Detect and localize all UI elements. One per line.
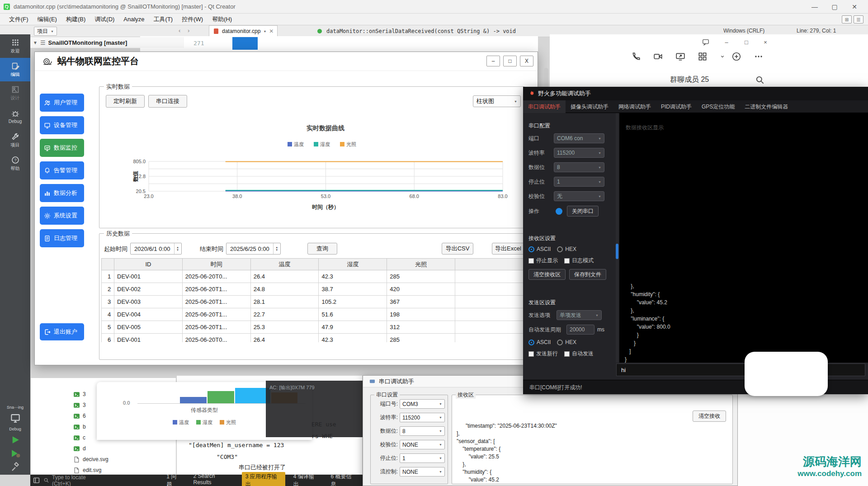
project-tree-root[interactable]: ▼ ☰ SnaillOTMonitoring [master] — [30, 37, 184, 48]
auto-period-input[interactable]: 20000 — [566, 325, 594, 335]
serial2-select-0[interactable]: COM3▼ — [400, 399, 445, 409]
dock-item-Debug[interactable]: Debug — [0, 105, 30, 128]
send-hex-radio[interactable] — [557, 340, 563, 345]
qt-menu-4[interactable]: Analyze — [119, 14, 149, 25]
column-温度[interactable]: 温度 — [250, 259, 319, 270]
fire-tab-摄像头调试助手[interactable]: 摄像头调试助手 — [566, 100, 613, 113]
chevron-down-icon[interactable]: ▼ — [33, 40, 38, 45]
column-光照[interactable]: 光照 — [387, 259, 455, 270]
group-member-count[interactable]: 群聊成员 25 — [670, 75, 709, 85]
fire-scrollbar[interactable] — [616, 113, 618, 363]
config-select-2[interactable]: 8▼ — [554, 162, 604, 172]
serial2-select-2[interactable]: 8▼ — [400, 426, 445, 436]
table-row[interactable]: 6DEV-0012025-06-20T0...26.442.3285 — [102, 334, 524, 343]
plus-circle-icon[interactable] — [731, 51, 742, 62]
build-mode-label[interactable]: Debug — [9, 427, 21, 431]
chat-icon[interactable] — [699, 37, 712, 47]
table-row[interactable]: 2DEV-0022025-06-20T1...24.838.7420 — [102, 283, 524, 296]
column-ID[interactable]: ID — [114, 259, 183, 270]
qt-menu-3[interactable]: 调试(D) — [90, 14, 119, 25]
recv-hex-radio[interactable] — [557, 246, 563, 252]
scrollbar-thumb[interactable] — [616, 244, 618, 259]
serial2-select-1[interactable]: 115200▼ — [400, 413, 445, 422]
send-newline-checkbox[interactable] — [528, 351, 534, 357]
close-tab-icon[interactable]: ✕ — [269, 28, 274, 34]
phone-icon[interactable] — [630, 51, 642, 62]
fire-tab-PID调试助手[interactable]: PID调试助手 — [656, 100, 697, 113]
editor-file-tab[interactable]: datamonitor.cpp ▼ ✕ — [209, 25, 278, 37]
fire-tab-网络调试助手[interactable]: 网络调试助手 — [613, 100, 656, 113]
config-select-3[interactable]: 1▼ — [554, 177, 604, 187]
more-icon[interactable] — [753, 51, 764, 62]
wechat-close-button[interactable]: × — [759, 37, 772, 47]
cursor-position-indicator[interactable]: Line: 279, Col: 1 — [797, 28, 836, 34]
screen-share-icon[interactable] — [675, 51, 686, 62]
output-pane-tab-1[interactable]: 1 问题 — [163, 472, 185, 486]
logout-button[interactable]: 退出账户 — [40, 323, 84, 340]
project-pane-combo[interactable]: 项目▼ — [34, 27, 57, 36]
hamburger-icon[interactable]: ☰ — [40, 39, 46, 46]
qt-menu-2[interactable]: 构建(B) — [61, 14, 90, 25]
debug-run-button[interactable] — [10, 448, 20, 458]
dock-item-项目[interactable]: 项目 — [0, 128, 30, 152]
clear-recv-button[interactable]: 清空接收区 — [528, 269, 566, 280]
file-list-item[interactable]: decive.svg — [31, 454, 176, 465]
serial2-select-4[interactable]: 1▼ — [400, 453, 445, 463]
serial-open-toggle[interactable] — [556, 208, 562, 215]
build-hammer-button[interactable] — [10, 462, 20, 472]
scrollbar-thumb[interactable] — [544, 68, 548, 89]
config-select-1[interactable]: 115200▼ — [554, 148, 604, 158]
end-time-input[interactable]: 2025/6/25 0:00 ▲▼ — [226, 243, 281, 255]
qt-menu-1[interactable]: 编辑(E) — [33, 14, 61, 25]
iot-close-button[interactable]: X — [520, 56, 533, 66]
sidebar-toggle-icon[interactable] — [33, 477, 40, 484]
kit-selector-label[interactable]: Sna⋯ing — [7, 405, 24, 410]
fire-tab-GPS定位功能[interactable]: GPS定位功能 — [697, 100, 740, 113]
sidebar-item-数据分析[interactable]: 数据分析 — [40, 184, 84, 202]
symbol-signature[interactable]: dataMonitor::onSerialDataReceived(const … — [326, 28, 516, 34]
wechat-minimize-button[interactable]: – — [720, 37, 733, 47]
run-button[interactable] — [10, 435, 20, 445]
dock-item-帮助[interactable]: ?帮助 — [0, 152, 30, 175]
dock-item-设计[interactable]: 设计 — [0, 81, 30, 105]
table-row[interactable]: 1DEV-0012025-06-20T0...26.442.3285 — [102, 270, 524, 283]
output-pane-tab-4[interactable]: 4 编译输出 — [290, 472, 323, 486]
column-湿度[interactable]: 湿度 — [319, 259, 387, 270]
column-时间[interactable]: 时间 — [182, 259, 250, 270]
sidebar-item-告警管理[interactable]: 告警管理 — [40, 161, 84, 179]
qt-menu-0[interactable]: 文件(F) — [5, 14, 33, 25]
dock-item-欢迎[interactable]: 欢迎 — [0, 34, 30, 58]
export-csv-button[interactable]: 导出CSV — [442, 243, 473, 255]
editor-split-icon[interactable]: ⊞ — [842, 15, 852, 24]
config-select-0[interactable]: COM6 con▼ — [554, 133, 604, 143]
iot-maximize-button[interactable]: □ — [503, 56, 517, 66]
recv-ascii-radio[interactable] — [528, 246, 534, 252]
locator[interactable]: Type to locate (Ctrl+K) — [43, 474, 105, 486]
fire-receive-area[interactable]: 数据接收区显示 }, "humidity": { "value": 45.2 }… — [619, 113, 868, 363]
fire-tab-串口调试助手[interactable]: 串口调试助手 — [523, 100, 566, 113]
iot-minimize-button[interactable]: – — [486, 56, 500, 66]
search-icon[interactable] — [754, 74, 766, 86]
qt-menu-6[interactable]: 控件(W) — [177, 14, 208, 25]
close-serial-button[interactable]: 关闭串口 — [567, 206, 599, 217]
file-list-item[interactable]: d — [31, 443, 176, 454]
query-button[interactable]: 查询 — [307, 243, 337, 255]
sidebar-item-日志管理[interactable]: 日志管理 — [40, 229, 84, 247]
output-pane-tab-5[interactable]: 6 概要信息 — [327, 472, 360, 486]
sidebar-item-用户管理[interactable]: 用户管理 — [40, 94, 84, 112]
history-table-wrap[interactable]: ID时间温度湿度光照1DEV-0012025-06-20T0...26.442.… — [101, 258, 524, 342]
sidebar-item-系统设置[interactable]: 系统设置 — [40, 207, 84, 225]
editor-layout-icon[interactable]: ☰ — [854, 15, 863, 24]
output-pane-tab-2[interactable]: 2 Search Results — [190, 472, 237, 486]
nav-forward-icon[interactable]: › — [188, 27, 189, 34]
auto-send-checkbox[interactable] — [564, 351, 570, 357]
sidebar-item-数据监控[interactable]: 数据监控 — [40, 139, 84, 157]
line-ending-indicator[interactable]: Windows (CRLF) — [723, 28, 764, 34]
log-mode-checkbox[interactable] — [564, 258, 570, 264]
serial2-select-5[interactable]: NONE▼ — [400, 467, 445, 477]
config-select-4[interactable]: 无▼ — [554, 191, 604, 201]
serial2-select-3[interactable]: NONE▼ — [400, 440, 445, 449]
nav-back-icon[interactable]: ‹ — [179, 27, 180, 34]
qt-maximize-button[interactable]: ▢ — [825, 0, 844, 13]
spinner-icon[interactable]: ▲▼ — [174, 243, 181, 254]
